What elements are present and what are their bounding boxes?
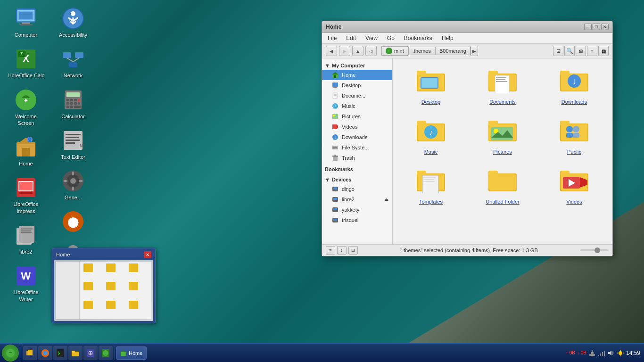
start-button[interactable] [2, 345, 19, 362]
fm-zoom-slider[interactable] [580, 249, 609, 251]
desktop-icon-settings[interactable]: Gene... [52, 167, 94, 203]
tray-volume-icon[interactable] [607, 349, 615, 357]
fm-file-templates[interactable]: Templates [397, 163, 464, 208]
taskbar-files-button[interactable] [23, 346, 37, 360]
fm-back-button[interactable]: ◀ [326, 46, 337, 56]
fm-status-icon-2[interactable]: ↕ [337, 246, 347, 255]
fm-sidebar-device-trisquel[interactable]: trisquel [322, 215, 392, 225]
tray-signal-icon[interactable] [598, 349, 605, 357]
svg-text:⊞: ⊞ [88, 350, 93, 356]
fm-sidebar-device-dingo[interactable]: dingo [322, 184, 392, 194]
fm-compact-view-button[interactable]: ▦ [598, 46, 609, 56]
svg-point-78 [333, 115, 335, 116]
fm-file-untitled[interactable]: Untitled Folder [469, 163, 536, 208]
fm-sidebar-filesystem[interactable]: File Syste... [322, 142, 392, 153]
taskbar-clock[interactable]: 14:59 [626, 350, 640, 356]
fm-crumb-b00merang[interactable]: B00merang [435, 47, 471, 55]
svg-rect-39 [66, 99, 69, 101]
taskbar-home-window[interactable]: Home [116, 346, 147, 360]
desktop-icon-texteditor[interactable]: ✏ Text Editor [52, 127, 94, 163]
svg-rect-40 [70, 99, 73, 101]
fm-sidebar-pictures[interactable]: Pictures [322, 111, 392, 122]
fm-sidebar-downloads[interactable]: ↓ Downloads [322, 132, 392, 142]
fm-sidebar-videos[interactable]: Videos [322, 122, 392, 132]
svg-rect-49 [74, 106, 81, 108]
calc-icon: X Σ [15, 48, 37, 70]
fm-file-pictures[interactable]: Pictures [469, 113, 536, 158]
desktop-icon-home[interactable]: 👤 Home [5, 133, 47, 169]
device-yakkety-icon [331, 206, 339, 214]
thumb-folder-6 [129, 282, 138, 290]
svg-rect-89 [333, 188, 337, 189]
fm-up-button[interactable]: ▲ [352, 46, 363, 56]
fm-close-button[interactable]: ✕ [601, 24, 609, 30]
desktop-icon-network[interactable]: Network [52, 45, 94, 81]
taskbar-settings2-button[interactable] [99, 346, 113, 360]
svg-rect-41 [74, 99, 77, 101]
fm-crumb-more-button[interactable]: ▶ [471, 46, 478, 56]
fm-minimize-button[interactable]: ─ [584, 24, 592, 30]
svg-text:↓: ↓ [572, 76, 577, 86]
fm-menu-go[interactable]: Go [385, 34, 396, 42]
svg-rect-61 [64, 180, 67, 182]
fm-maximize-button[interactable]: □ [593, 24, 600, 30]
desktop-icon-libre2[interactable]: libre2 [5, 222, 47, 257]
fm-crumb-mint[interactable]: mint [381, 46, 408, 56]
fm-sidebar-device-yakkety[interactable]: yakkety [322, 205, 392, 215]
desktop-icon-calculator[interactable]: Calculator [52, 86, 94, 122]
svg-rect-5 [19, 12, 33, 19]
fm-menu-edit[interactable]: Edit [344, 34, 358, 42]
home-thumb-close-button[interactable]: ✕ [144, 251, 151, 258]
tray-brightness-icon[interactable] [617, 349, 624, 357]
fm-search-button[interactable]: 🔍 [564, 46, 575, 56]
fm-forward-button[interactable]: ▶ [339, 46, 350, 56]
desktop-icon-writer[interactable]: W LibreOffice Writer [5, 262, 47, 305]
fm-file-videos[interactable]: Videos [541, 163, 608, 208]
fm-status-icon-3[interactable]: ⊡ [348, 246, 358, 255]
fm-sidebar-device-libre2[interactable]: libre2 ⏏ [322, 194, 392, 205]
fm-menu-help[interactable]: Help [440, 34, 455, 42]
taskbar-folder-button[interactable] [68, 346, 83, 360]
fm-file-music[interactable]: ♪ Music [397, 113, 464, 158]
taskbar-firefox-button[interactable] [38, 346, 52, 360]
fm-menu-bookmarks[interactable]: Bookmarks [402, 34, 434, 42]
fm-crumb-themes[interactable]: .themes [408, 47, 435, 55]
svg-rect-52 [66, 137, 79, 138]
accessibility-icon [62, 7, 84, 30]
desktop-icon-bittorrent[interactable]: ⬤ [52, 208, 94, 237]
fm-my-computer-header[interactable]: ▼ My Computer [322, 61, 392, 70]
taskbar-tray: ↑ 0B ↓ 0B [562, 349, 644, 357]
fm-sidebar-documents[interactable]: Docume... [322, 90, 392, 101]
taskbar-settings1-button[interactable]: ⊞ [83, 346, 98, 360]
fm-menu-file[interactable]: File [326, 34, 339, 42]
fm-nav-left-button[interactable]: ◁ [365, 46, 377, 56]
fm-sidebar-trash[interactable]: Trash [322, 153, 392, 163]
fm-file-public[interactable]: Public [541, 113, 608, 158]
fm-sidebar-home[interactable]: Home [322, 70, 392, 80]
desktop-icon-computer[interactable]: Computer [5, 5, 47, 41]
svg-text:Σ: Σ [20, 52, 23, 57]
fm-sidebar-desktop[interactable]: Desktop [322, 80, 392, 90]
fm-bookmarks-header[interactable]: Bookmarks [322, 165, 392, 173]
fm-file-desktop[interactable]: Desktop [397, 63, 464, 108]
fm-menu-view[interactable]: View [363, 34, 380, 42]
fm-list-view-button[interactable]: ≡ [587, 46, 597, 56]
fm-zoom-thumb[interactable] [594, 247, 600, 253]
tray-network-icon[interactable] [588, 349, 596, 357]
desktop-icon-impress[interactable]: LibreOffice Impress [5, 174, 47, 217]
fm-fullscreen-button[interactable]: ⊡ [553, 46, 563, 56]
taskbar-terminal-button[interactable]: $_ [53, 346, 67, 360]
desktop-icon-calc[interactable]: X Σ LibreOffice Calc [5, 45, 47, 81]
svg-rect-163 [592, 350, 593, 353]
network-icon [62, 48, 84, 70]
fm-file-downloads[interactable]: ↓ Downloads [541, 63, 608, 108]
fm-menubar: File Edit View Go Bookmarks Help [322, 33, 612, 44]
fm-file-documents[interactable]: Documents [469, 63, 536, 108]
fm-devices-header[interactable]: ▼ Devices [322, 175, 392, 184]
fm-icon-view-button[interactable]: ⊞ [576, 46, 586, 56]
fm-status-icon-1[interactable]: ≡ [326, 246, 335, 255]
fm-sidebar-music[interactable]: ♪ Music [322, 101, 392, 111]
desktop-icon-accessibility[interactable]: Accessibility [52, 5, 94, 41]
eject-icon[interactable]: ⏏ [384, 197, 388, 202]
desktop-icon-welcome[interactable]: ✦ Welcome Screen [5, 86, 47, 129]
